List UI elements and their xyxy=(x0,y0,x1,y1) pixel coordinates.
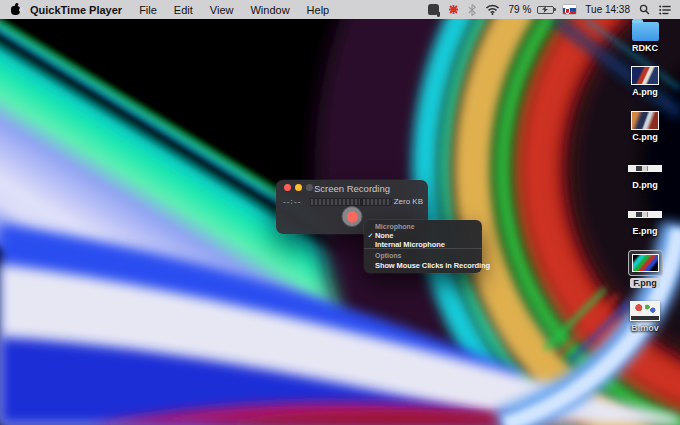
image-thumbnail xyxy=(631,66,659,85)
wifi-icon[interactable] xyxy=(485,4,500,15)
bluetooth-icon[interactable] xyxy=(468,4,476,16)
menu-edit[interactable]: Edit xyxy=(174,4,193,16)
evernote-icon[interactable] xyxy=(428,4,439,15)
menu-window[interactable]: Window xyxy=(250,4,289,16)
options-section-header: Options xyxy=(375,252,401,259)
image-thumbnail xyxy=(628,211,662,218)
battery-percent-label: 79 % xyxy=(509,4,532,15)
spotlight-icon[interactable] xyxy=(639,4,650,15)
menu-view[interactable]: View xyxy=(210,4,234,16)
microphone-section-header: Microphone xyxy=(375,223,415,230)
checkmark-icon: ✓ xyxy=(368,232,374,240)
desktop-icon-b-mov[interactable]: B.mov xyxy=(626,301,664,333)
desktop-icon-c-png[interactable]: C.png xyxy=(626,111,664,142)
selection-highlight xyxy=(628,250,663,276)
folder-icon xyxy=(632,22,659,41)
menu-help[interactable]: Help xyxy=(307,4,330,16)
notification-center-icon[interactable] xyxy=(659,5,671,15)
desktop-icon-f-png-selected[interactable]: F.png xyxy=(624,250,666,288)
record-options-menu: Microphone ✓ None Internal Microphone Op… xyxy=(364,220,482,273)
window-titlebar[interactable]: Screen Recording xyxy=(276,180,428,195)
image-thumbnail xyxy=(631,111,659,130)
desktop-icon-folder-rdkc[interactable]: RDKC xyxy=(626,22,664,53)
desktop-icon-e-png[interactable]: E.png xyxy=(626,211,664,236)
menu-bar-clock[interactable]: Tue 14:38 xyxy=(585,4,630,15)
desktop-icon-a-png[interactable]: A.png xyxy=(626,66,664,97)
menu-bar: QuickTime Player File Edit View Window H… xyxy=(0,0,680,19)
record-button[interactable] xyxy=(342,206,363,227)
red-app-icon[interactable] xyxy=(448,4,459,15)
active-app-name[interactable]: QuickTime Player xyxy=(30,4,122,16)
record-icon xyxy=(347,211,358,222)
desktop-screen: QuickTime Player File Edit View Window H… xyxy=(0,0,680,425)
movie-thumbnail xyxy=(630,301,660,321)
recording-size-label: Zero KB xyxy=(394,197,423,206)
audio-level-meter xyxy=(310,198,392,206)
image-thumbnail xyxy=(632,254,659,272)
apple-menu-icon[interactable] xyxy=(11,4,21,15)
battery-icon[interactable] xyxy=(540,6,554,14)
desktop-icon-d-png[interactable]: D.png xyxy=(626,165,664,190)
menu-separator xyxy=(364,248,482,249)
image-thumbnail xyxy=(628,165,662,172)
flag-slovakia-icon[interactable] xyxy=(563,5,576,14)
recording-timer: --:-- xyxy=(283,197,301,206)
window-title: Screen Recording xyxy=(276,183,428,194)
menu-file[interactable]: File xyxy=(139,4,157,16)
menu-item-show-mouse-clicks[interactable]: Show Mouse Clicks in Recording xyxy=(375,261,490,270)
